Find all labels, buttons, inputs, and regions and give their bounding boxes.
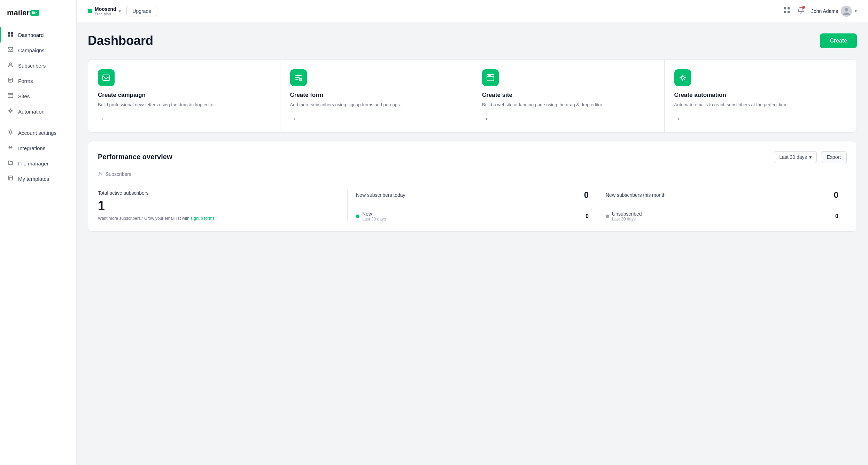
action-title: Create form bbox=[290, 92, 463, 99]
subscribers-icon bbox=[7, 62, 14, 69]
stat-value: 0 bbox=[584, 190, 589, 200]
sidebar-item-label: Sites bbox=[18, 93, 30, 99]
subscribers-section: Subscribers Total active subscribers 1 W… bbox=[98, 171, 847, 222]
page-title: Dashboard bbox=[88, 33, 153, 48]
performance-title: Performance overview bbox=[98, 153, 172, 161]
logo-text: mailer bbox=[7, 8, 30, 17]
user-name: John Adams bbox=[811, 8, 838, 14]
action-card-campaign[interactable]: Create campaign Build professional newsl… bbox=[88, 60, 280, 132]
logo: mailerlite bbox=[0, 0, 76, 24]
svg-rect-13 bbox=[784, 7, 786, 9]
sidebar-item-integrations[interactable]: Integrations bbox=[0, 140, 76, 156]
sub-stat-new: New Last 30 days 0 bbox=[356, 211, 589, 222]
stat-label: Total active subscribers bbox=[98, 190, 339, 196]
user-area[interactable]: John Adams ▾ bbox=[811, 6, 857, 17]
topbar: Moosend Free plan ▾ Upgrade John Adams ▾ bbox=[77, 0, 868, 22]
my-templates-icon bbox=[7, 175, 14, 182]
action-card-automation[interactable]: Create automation Automate emails to rea… bbox=[665, 60, 857, 132]
stat-new-today: New subscribers today 0 New Last bbox=[348, 190, 597, 222]
stat-total-active: Total active subscribers 1 Want more sub… bbox=[98, 190, 347, 222]
action-desc: Build professional newsletters using the… bbox=[98, 101, 270, 108]
svg-rect-15 bbox=[784, 11, 786, 13]
sidebar-item-label: Automation bbox=[18, 109, 45, 115]
svg-point-10 bbox=[9, 110, 11, 112]
sidebar-item-dashboard[interactable]: Dashboard bbox=[0, 27, 76, 42]
workspace-chevron-icon: ▾ bbox=[119, 9, 121, 14]
stat-hint: Want more subscribers? Grow your email l… bbox=[98, 216, 339, 221]
user-chevron-icon: ▾ bbox=[855, 9, 857, 14]
file-manager-icon bbox=[7, 160, 14, 167]
main-area: Moosend Free plan ▾ Upgrade John Adams ▾ bbox=[77, 0, 868, 465]
integrations-icon bbox=[7, 145, 14, 152]
content-area: Dashboard Create Create campaign Build p… bbox=[77, 22, 868, 465]
action-arrow: → bbox=[98, 115, 270, 123]
sidebar-item-label: My templates bbox=[18, 176, 49, 182]
signup-forms-link[interactable]: signup forms bbox=[191, 216, 215, 221]
export-button[interactable]: Export bbox=[821, 151, 847, 163]
sub-stats-left: New Last 30 days 0 bbox=[356, 211, 589, 222]
sidebar-item-label: Dashboard bbox=[18, 32, 44, 38]
svg-rect-0 bbox=[8, 32, 10, 34]
sidebar-item-subscribers[interactable]: Subscribers bbox=[0, 58, 76, 73]
notification-bell-icon[interactable] bbox=[797, 7, 804, 15]
svg-rect-3 bbox=[11, 34, 13, 37]
sidebar-item-automation[interactable]: Automation bbox=[0, 104, 76, 119]
action-card-form[interactable]: Create form Add more subscribers using s… bbox=[280, 60, 473, 132]
performance-card: Performance overview Last 30 days ▾ Expo… bbox=[88, 141, 857, 232]
site-icon-box bbox=[482, 69, 499, 86]
svg-point-9 bbox=[10, 94, 10, 94]
grid-icon[interactable] bbox=[783, 7, 790, 15]
upgrade-button[interactable]: Upgrade bbox=[126, 6, 157, 16]
action-card-site[interactable]: Create site Build a website or landing p… bbox=[472, 60, 665, 132]
notification-dot bbox=[802, 6, 805, 9]
automation-icon-box bbox=[674, 69, 691, 86]
perf-controls: Last 30 days ▾ Export bbox=[774, 151, 847, 163]
stat-new-month: New subscribers this month 0 Unsubscribe… bbox=[597, 190, 847, 222]
dropdown-chevron-icon: ▾ bbox=[809, 154, 812, 160]
logo-badge: lite bbox=[30, 10, 39, 16]
quick-actions: Create campaign Build professional newsl… bbox=[88, 59, 857, 133]
sidebar-item-label: Account settings bbox=[18, 130, 56, 136]
svg-rect-16 bbox=[788, 11, 790, 13]
sites-icon bbox=[7, 93, 14, 100]
sub-stat-unsubscribed: Unsubscribed Last 30 days 0 bbox=[606, 211, 838, 222]
svg-point-8 bbox=[9, 94, 9, 94]
svg-rect-6 bbox=[8, 78, 13, 82]
workspace-selector[interactable]: Moosend Free plan ▾ bbox=[88, 6, 121, 16]
stat-label: New subscribers this month bbox=[606, 192, 666, 198]
campaign-icon-box bbox=[98, 69, 115, 86]
sidebar-item-label: Integrations bbox=[18, 145, 45, 151]
workspace-dot bbox=[88, 9, 92, 13]
sidebar-item-sites[interactable]: Sites bbox=[0, 88, 76, 104]
svg-point-5 bbox=[9, 63, 11, 65]
sidebar-item-campaigns[interactable]: Campaigns bbox=[0, 42, 76, 58]
date-filter-dropdown[interactable]: Last 30 days ▾ bbox=[774, 151, 816, 163]
subscriber-icon bbox=[98, 171, 103, 177]
account-settings-icon bbox=[7, 129, 14, 136]
stat-value: 1 bbox=[98, 199, 339, 213]
unsub-dot bbox=[606, 215, 609, 218]
svg-point-22 bbox=[100, 172, 101, 174]
avatar bbox=[841, 6, 852, 17]
form-icon-box bbox=[290, 69, 307, 86]
sidebar-item-forms[interactable]: Forms bbox=[0, 73, 76, 88]
sidebar-item-file-manager[interactable]: File manager bbox=[0, 156, 76, 171]
new-dot bbox=[356, 215, 359, 218]
forms-icon bbox=[7, 77, 14, 84]
sidebar-item-label: Campaigns bbox=[18, 47, 45, 53]
sidebar-item-account-settings[interactable]: Account settings bbox=[0, 125, 76, 140]
action-arrow: → bbox=[674, 115, 847, 123]
action-title: Create automation bbox=[674, 92, 847, 99]
svg-rect-4 bbox=[8, 47, 13, 52]
svg-rect-19 bbox=[103, 75, 110, 80]
svg-point-18 bbox=[845, 8, 848, 11]
svg-rect-2 bbox=[8, 34, 10, 37]
sidebar-item-label: Forms bbox=[18, 78, 33, 84]
action-title: Create site bbox=[482, 92, 654, 99]
nav-divider bbox=[0, 122, 76, 122]
sidebar-item-my-templates[interactable]: My templates bbox=[0, 171, 76, 186]
subscribers-label: Subscribers bbox=[98, 171, 847, 183]
campaigns-icon bbox=[7, 47, 14, 54]
sidebar-item-label: File manager bbox=[18, 161, 49, 166]
create-button[interactable]: Create bbox=[820, 33, 857, 48]
